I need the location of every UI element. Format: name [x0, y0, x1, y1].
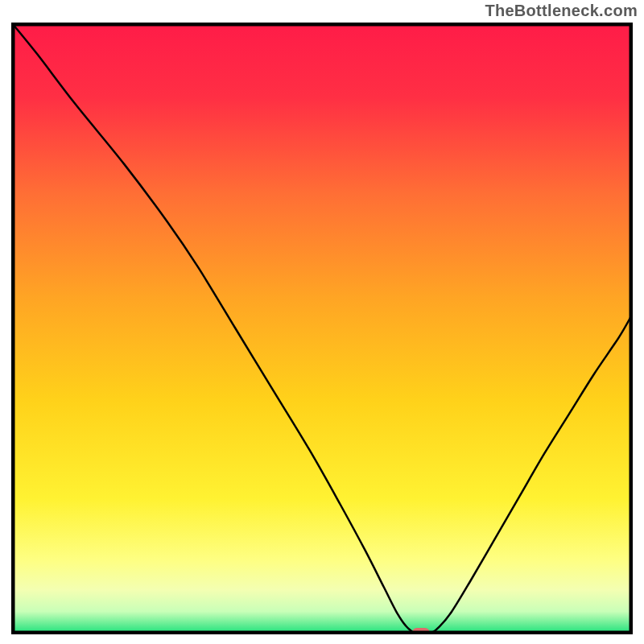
chart-background	[13, 24, 631, 633]
chart-svg	[11, 23, 633, 634]
chart-frame: TheBottleneck.com	[0, 0, 644, 644]
chart-plot	[11, 23, 633, 634]
attribution-label: TheBottleneck.com	[485, 2, 638, 20]
